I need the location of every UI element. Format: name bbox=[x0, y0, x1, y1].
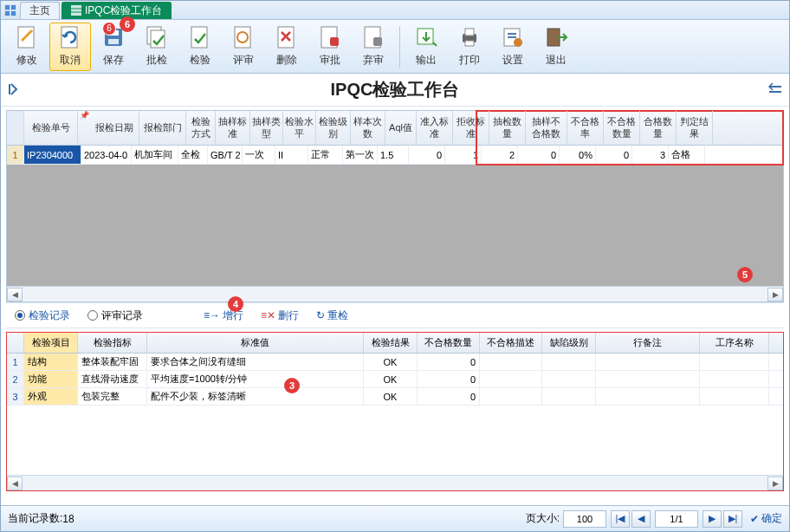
svg-rect-19 bbox=[330, 37, 339, 46]
export-button[interactable]: 输出 bbox=[405, 23, 447, 71]
print-button[interactable]: 打印 bbox=[449, 23, 490, 71]
detail-header: 检验项目 检验指标 标准值 检验结果 不合格数量 不合格描述 缺陷级别 行备注 … bbox=[7, 333, 783, 354]
export-icon bbox=[414, 25, 438, 49]
grid-row[interactable]: 1 IP2304000 2023-04-0 机加车间 全检 GB/T 2 一次 … bbox=[7, 146, 783, 165]
svg-rect-4 bbox=[71, 5, 81, 16]
collapse-button[interactable] bbox=[767, 81, 784, 98]
save-button[interactable]: 保存 6 6 bbox=[93, 23, 134, 71]
expand-button[interactable] bbox=[6, 81, 23, 98]
check-icon: ✔ bbox=[750, 513, 759, 525]
col-dept[interactable]: 报检部门 bbox=[139, 111, 186, 145]
tab-ipqc-label: IPQC检验工作台 bbox=[85, 3, 162, 18]
inspect-icon bbox=[188, 25, 212, 49]
col-level[interactable]: 检验水平 bbox=[283, 111, 316, 145]
horizontal-scrollbar[interactable]: ◀ ▶ bbox=[7, 286, 783, 302]
del-row-button[interactable]: ≡✕删行 bbox=[261, 308, 299, 323]
title-bar: IPQC检验工作台 bbox=[1, 74, 789, 107]
main-toolbar: 修改 取消 保存 6 6 批检 检验 评审 删除 审批 弃审 输出 打印 设置 … bbox=[1, 20, 789, 74]
detail-rowsel-header[interactable] bbox=[7, 333, 24, 353]
svg-rect-24 bbox=[465, 29, 474, 36]
next-page-button[interactable]: ▶ bbox=[703, 510, 722, 528]
scroll-left-button[interactable]: ◀ bbox=[7, 477, 23, 490]
recheck-button[interactable]: ↻重检 bbox=[316, 308, 348, 323]
svg-rect-0 bbox=[5, 4, 10, 9]
col-rate[interactable]: 不合格率 bbox=[567, 111, 604, 145]
record-count-label: 当前记录数: bbox=[8, 511, 62, 526]
pagesize-input[interactable]: 100 bbox=[563, 510, 606, 528]
batch-icon bbox=[145, 25, 169, 49]
svg-rect-2 bbox=[5, 10, 10, 15]
approve-button[interactable]: 审批 bbox=[309, 23, 351, 71]
record-count-value: 18 bbox=[62, 513, 74, 525]
tab-home[interactable]: 主页 bbox=[20, 2, 60, 19]
col-grade[interactable]: 检验级别 bbox=[316, 111, 351, 145]
col-std[interactable]: 抽样标准 bbox=[216, 111, 250, 145]
col-oknum[interactable]: 合格数量 bbox=[640, 111, 677, 145]
tab-bar: 主页 IPQC检验工作台 bbox=[1, 1, 789, 20]
prev-page-button[interactable]: ◀ bbox=[631, 510, 651, 528]
col-aql[interactable]: Aql值 bbox=[385, 111, 417, 145]
delete-icon bbox=[275, 25, 299, 49]
row-number: 2 bbox=[7, 371, 24, 387]
annotation-5: 5 bbox=[737, 267, 753, 282]
delete-button[interactable]: 删除 bbox=[266, 23, 308, 71]
col-nnum[interactable]: 不合格数量 bbox=[604, 111, 640, 145]
settings-button[interactable]: 设置 bbox=[492, 23, 534, 71]
col-mode[interactable]: 检验方式 bbox=[186, 111, 216, 145]
discard-icon bbox=[361, 25, 385, 49]
review-icon bbox=[231, 25, 256, 49]
detail-row[interactable]: 2 功能 直线滑动速度 平均速度=1000转/分钟 OK 0 bbox=[7, 371, 783, 388]
col-result[interactable]: 判定结果 bbox=[677, 111, 713, 145]
scroll-left-button[interactable]: ◀ bbox=[7, 288, 23, 302]
approve-icon bbox=[318, 25, 342, 49]
detail-toolbar: 检验记录 评审记录 ≡→增行 ≡✕删行 ↻重检 4 bbox=[6, 302, 784, 328]
toolbar-separator bbox=[399, 26, 400, 68]
discard-button[interactable]: 弃审 bbox=[353, 23, 394, 71]
scroll-right-button[interactable]: ▶ bbox=[767, 288, 783, 302]
inspect-button[interactable]: 检验 bbox=[179, 23, 221, 71]
last-page-button[interactable]: ▶| bbox=[723, 510, 742, 528]
row-selector-header[interactable] bbox=[7, 111, 24, 145]
scroll-track[interactable] bbox=[23, 477, 767, 490]
row-number: 1 bbox=[7, 354, 24, 370]
detail-row[interactable]: 1 结构 整体装配牢固 要求合体之间没有缝细 OK 0 bbox=[7, 354, 783, 371]
svg-rect-30 bbox=[547, 29, 560, 46]
annotation-6: 6 bbox=[120, 16, 135, 32]
cancel-icon bbox=[58, 25, 82, 49]
detail-row[interactable]: 3 外观 包装完整 配件不少装，标签清晰 OK 0 bbox=[7, 388, 783, 405]
recheck-icon: ↻ bbox=[316, 309, 325, 321]
row-number: 1 bbox=[7, 146, 24, 164]
col-qty[interactable]: 抽检数量 bbox=[489, 111, 526, 145]
scroll-track[interactable] bbox=[23, 288, 767, 302]
col-date[interactable]: 报检日期 bbox=[89, 111, 139, 145]
review-button[interactable]: 评审 bbox=[223, 23, 264, 71]
col-rej[interactable]: 拒收标准 bbox=[453, 111, 489, 145]
col-nqty[interactable]: 抽样不合格数 bbox=[526, 111, 567, 145]
modify-icon bbox=[15, 25, 39, 49]
svg-rect-25 bbox=[465, 41, 474, 46]
radio-dot-on-icon bbox=[15, 310, 25, 321]
cancel-button[interactable]: 取消 bbox=[49, 23, 91, 71]
modify-button[interactable]: 修改 bbox=[6, 23, 48, 71]
scroll-right-button[interactable]: ▶ bbox=[767, 477, 783, 490]
svg-rect-13 bbox=[151, 30, 165, 48]
col-sample[interactable]: 样本次数 bbox=[351, 111, 385, 145]
col-type[interactable]: 抽样类型 bbox=[250, 111, 283, 145]
detail-empty-area bbox=[7, 405, 783, 475]
batch-button[interactable]: 批检 bbox=[136, 23, 178, 71]
radio-inspect-records[interactable]: 检验记录 bbox=[15, 308, 70, 323]
tab-ipqc[interactable]: IPQC检验工作台 bbox=[62, 2, 172, 19]
row-number: 3 bbox=[7, 388, 24, 405]
ok-button[interactable]: ✔确定 bbox=[750, 511, 782, 526]
svg-rect-21 bbox=[373, 37, 382, 46]
radio-review-records[interactable]: 评审记录 bbox=[87, 308, 143, 323]
first-page-button[interactable]: |◀ bbox=[611, 510, 630, 528]
app-icon bbox=[4, 4, 16, 16]
save-badge: 6 bbox=[102, 22, 116, 36]
detail-scrollbar[interactable]: ◀ ▶ bbox=[7, 475, 783, 490]
col-acc[interactable]: 准入标准 bbox=[417, 111, 453, 145]
col-docno[interactable]: 检验单号 bbox=[24, 111, 78, 145]
print-icon bbox=[457, 25, 482, 49]
page-indicator[interactable]: 1/1 bbox=[655, 510, 698, 528]
exit-button[interactable]: 退出 bbox=[535, 23, 577, 71]
